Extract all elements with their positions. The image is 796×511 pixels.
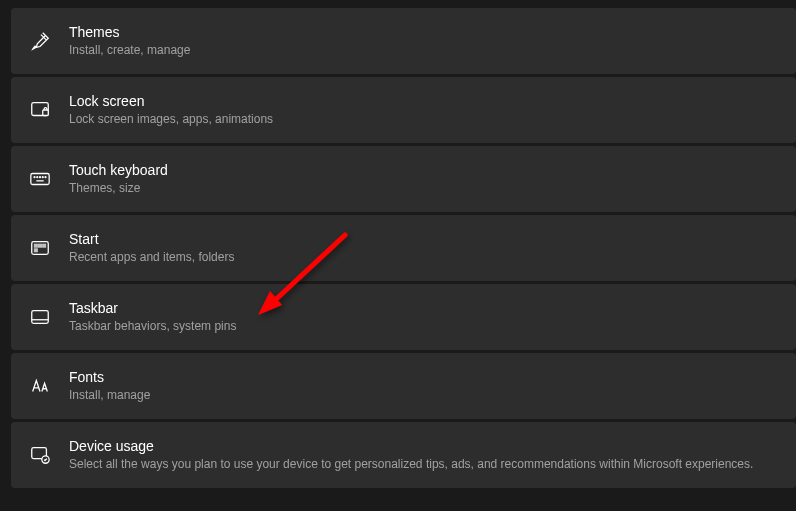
item-title: Device usage — [69, 437, 753, 455]
svg-rect-13 — [35, 249, 38, 252]
svg-point-4 — [37, 177, 38, 178]
svg-rect-11 — [39, 244, 42, 247]
personalization-settings-list: Themes Install, create, manage Lock scre… — [0, 8, 796, 488]
lock-screen-icon — [27, 97, 53, 123]
paintbrush-icon — [27, 28, 53, 54]
device-usage-icon — [27, 442, 53, 468]
keyboard-icon — [27, 166, 53, 192]
svg-point-7 — [45, 177, 46, 178]
item-subtitle: Recent apps and items, folders — [69, 250, 234, 266]
item-text: Start Recent apps and items, folders — [69, 230, 234, 266]
item-title: Start — [69, 230, 234, 248]
settings-item-taskbar[interactable]: Taskbar Taskbar behaviors, system pins — [11, 284, 796, 350]
fonts-icon — [27, 373, 53, 399]
svg-point-3 — [34, 177, 35, 178]
item-title: Touch keyboard — [69, 161, 168, 179]
item-subtitle: Taskbar behaviors, system pins — [69, 319, 236, 335]
item-text: Fonts Install, manage — [69, 368, 150, 404]
svg-rect-1 — [43, 110, 49, 116]
svg-rect-2 — [31, 174, 49, 185]
start-menu-icon — [27, 235, 53, 261]
settings-item-start[interactable]: Start Recent apps and items, folders — [11, 215, 796, 281]
settings-item-fonts[interactable]: Fonts Install, manage — [11, 353, 796, 419]
item-text: Themes Install, create, manage — [69, 23, 190, 59]
item-subtitle: Select all the ways you plan to use your… — [69, 457, 753, 473]
item-text: Device usage Select all the ways you pla… — [69, 437, 753, 473]
svg-rect-9 — [32, 242, 49, 255]
item-subtitle: Install, create, manage — [69, 43, 190, 59]
settings-item-lock-screen[interactable]: Lock screen Lock screen images, apps, an… — [11, 77, 796, 143]
svg-point-6 — [42, 177, 43, 178]
item-text: Lock screen Lock screen images, apps, an… — [69, 92, 273, 128]
settings-item-device-usage[interactable]: Device usage Select all the ways you pla… — [11, 422, 796, 488]
item-subtitle: Themes, size — [69, 181, 168, 197]
item-subtitle: Install, manage — [69, 388, 150, 404]
svg-rect-14 — [32, 311, 49, 324]
item-text: Taskbar Taskbar behaviors, system pins — [69, 299, 236, 335]
item-title: Lock screen — [69, 92, 273, 110]
item-title: Fonts — [69, 368, 150, 386]
svg-rect-12 — [43, 244, 46, 247]
item-text: Touch keyboard Themes, size — [69, 161, 168, 197]
svg-point-5 — [40, 177, 41, 178]
item-subtitle: Lock screen images, apps, animations — [69, 112, 273, 128]
taskbar-icon — [27, 304, 53, 330]
svg-rect-10 — [35, 244, 38, 247]
item-title: Taskbar — [69, 299, 236, 317]
item-title: Themes — [69, 23, 190, 41]
settings-item-themes[interactable]: Themes Install, create, manage — [11, 8, 796, 74]
settings-item-touch-keyboard[interactable]: Touch keyboard Themes, size — [11, 146, 796, 212]
